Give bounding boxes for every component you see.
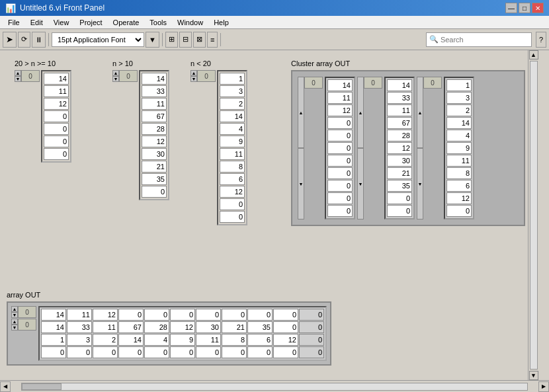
cluster-c3-val-2: 2 bbox=[446, 104, 472, 116]
resize-button[interactable]: ⊠ bbox=[193, 32, 206, 48]
s3-val-5: 9 bbox=[220, 136, 245, 147]
toolbar: ➤ ⟳ ⏸ 15pt Application Font ▼ ⊞ ⊟ ⊠ ≡ 🔍 … bbox=[0, 29, 549, 50]
menu-edit[interactable]: Edit bbox=[25, 18, 48, 27]
s2-val-9: 0 bbox=[142, 186, 167, 198]
cluster-c3-val-10: 0 bbox=[446, 205, 472, 217]
cluster-c1-val-9: 0 bbox=[327, 192, 353, 204]
cluster-c1-val-6: 0 bbox=[327, 155, 353, 167]
cluster-array-outer: ▲ ▼ 0 14 11 12 0 0 0 0 bbox=[291, 70, 525, 226]
array-row-3: 1 3 2 14 4 9 11 8 6 12 0 bbox=[41, 334, 324, 346]
run-arrow-button[interactable]: ➤ bbox=[3, 32, 17, 48]
pause-icon: ⏸ bbox=[35, 36, 42, 44]
cluster-c3-val-0: 1 bbox=[446, 79, 472, 91]
section-s3: n < 20 ▲ ▼ 0 1 3 2 14 4 bbox=[190, 59, 247, 225]
menu-operate[interactable]: Operate bbox=[108, 18, 145, 27]
cluster-c2-val-8: 35 bbox=[387, 180, 412, 192]
s2-spin-up[interactable]: ▲ bbox=[112, 70, 119, 76]
cluster-array-section: Cluster array OUT ▲ ▼ 0 bbox=[291, 59, 525, 226]
array-row-4: 0 0 0 0 0 0 0 0 0 0 0 bbox=[41, 346, 324, 358]
cluster-c3-val-6: 11 bbox=[446, 155, 472, 167]
s2-val-5: 12 bbox=[142, 136, 167, 147]
menu-bar: File Edit View Project Operate Tools Win… bbox=[0, 16, 549, 29]
help-button[interactable]: ? bbox=[536, 32, 546, 48]
section-s1: 20 > n >= 10 ▲ ▼ 0 14 11 12 bbox=[15, 59, 71, 163]
cluster-c1-val-4: 0 bbox=[327, 130, 353, 141]
distribute-button[interactable]: ⊟ bbox=[179, 32, 192, 48]
cluster-col3-wrapper: ▲ ▼ 0 1 3 2 14 4 9 11 bbox=[417, 77, 474, 219]
array-x-spin-up[interactable]: ▲ bbox=[11, 319, 18, 325]
run-broken-button[interactable]: ⟳ bbox=[18, 32, 30, 48]
cluster-c1-val-7: 0 bbox=[327, 167, 353, 179]
close-button[interactable]: ✕ bbox=[532, 3, 544, 13]
s3-index-control: ▲ ▼ 0 bbox=[190, 70, 216, 225]
search-input[interactable] bbox=[441, 36, 520, 44]
array-y-index: 0 bbox=[18, 306, 36, 318]
array-y-spin-up[interactable]: ▲ bbox=[11, 306, 18, 312]
maximize-button[interactable]: □ bbox=[519, 3, 530, 13]
s1-spin-down[interactable]: ▼ bbox=[15, 76, 21, 82]
cluster-c3-spin-down[interactable]: ▼ bbox=[417, 148, 423, 219]
cluster-c1-spin-up[interactable]: ▲ bbox=[298, 77, 304, 148]
cluster-c2-values: 14 33 11 67 28 12 30 21 35 0 0 bbox=[384, 77, 415, 219]
menu-tools[interactable]: Tools bbox=[144, 18, 172, 27]
menu-view[interactable]: View bbox=[48, 18, 75, 27]
cluster-c1-val-8: 0 bbox=[327, 180, 353, 192]
separator-3 bbox=[220, 33, 221, 46]
cluster-c2-val-7: 21 bbox=[387, 167, 412, 179]
s1-index: 0 bbox=[21, 70, 40, 82]
array-y-spin-down[interactable]: ▼ bbox=[11, 312, 18, 318]
broken-run-icon: ⟳ bbox=[21, 35, 27, 44]
reorder-button[interactable]: ≡ bbox=[207, 32, 218, 48]
menu-file[interactable]: File bbox=[3, 18, 25, 27]
scroll-thumb-bottom[interactable] bbox=[22, 383, 62, 390]
pause-button[interactable]: ⏸ bbox=[32, 32, 46, 48]
s3-val-7: 8 bbox=[220, 161, 245, 173]
bottom-scrollbar: ◀ ▶ bbox=[0, 380, 549, 392]
cluster-c1-val-2: 12 bbox=[327, 104, 353, 116]
s3-index: 0 bbox=[197, 70, 216, 82]
s1-spin-up[interactable]: ▲ bbox=[15, 70, 21, 76]
cluster-c2-spin-up[interactable]: ▲ bbox=[357, 77, 364, 148]
right-scrollbar[interactable]: ▲ ▼ bbox=[528, 50, 538, 380]
s2-label: n > 10 bbox=[112, 59, 169, 67]
scroll-left-button[interactable]: ◀ bbox=[0, 381, 11, 392]
minimize-button[interactable]: — bbox=[505, 3, 517, 13]
cluster-c2-val-9: 0 bbox=[387, 192, 412, 204]
cluster-c2-val-3: 67 bbox=[387, 117, 412, 129]
scroll-down-button[interactable]: ▼ bbox=[529, 371, 538, 380]
menu-help[interactable]: Help bbox=[208, 18, 234, 27]
scroll-right-button[interactable]: ▶ bbox=[538, 381, 549, 392]
cluster-c1-val-1: 11 bbox=[327, 92, 353, 104]
font-style-button[interactable]: ▼ bbox=[146, 32, 159, 48]
s1-val-3: 0 bbox=[44, 110, 69, 122]
cluster-c3-spin-up[interactable]: ▲ bbox=[417, 77, 423, 148]
cluster-c2-spin-down[interactable]: ▼ bbox=[357, 148, 364, 219]
array-out-outer: ▲ ▼ 0 ▲ ▼ 0 bbox=[7, 301, 331, 366]
app-icon: 📊 bbox=[5, 3, 16, 13]
s3-val-4: 4 bbox=[220, 123, 245, 135]
cluster-c3-val-4: 4 bbox=[446, 130, 472, 141]
s3-spin-down[interactable]: ▼ bbox=[190, 76, 197, 82]
s2-spin-down[interactable]: ▼ bbox=[112, 76, 119, 82]
scroll-up-button[interactable]: ▲ bbox=[529, 50, 538, 59]
array-y-index-control: ▲ ▼ 0 ▲ ▼ 0 bbox=[11, 306, 36, 361]
array-x-spin-down[interactable]: ▼ bbox=[11, 325, 18, 331]
s3-val-1: 3 bbox=[220, 85, 245, 97]
s2-index-control: ▲ ▼ 0 bbox=[112, 70, 138, 200]
resize-icon: ⊠ bbox=[196, 35, 202, 44]
cluster-c1-spin-down[interactable]: ▼ bbox=[298, 148, 304, 219]
s1-val-5: 0 bbox=[44, 136, 69, 147]
scroll-track-right bbox=[530, 61, 538, 370]
cluster-c1-index: 0 bbox=[304, 77, 323, 89]
cluster-c1-val-5: 0 bbox=[327, 142, 353, 154]
search-box: 🔍 bbox=[426, 32, 532, 47]
menu-window[interactable]: Window bbox=[172, 18, 208, 27]
panel-area: 20 > n >= 10 ▲ ▼ 0 14 11 12 bbox=[0, 50, 538, 380]
s3-spin-up[interactable]: ▲ bbox=[190, 70, 197, 76]
menu-project[interactable]: Project bbox=[74, 18, 107, 27]
align-button[interactable]: ⊞ bbox=[165, 32, 178, 48]
font-selector[interactable]: 15pt Application Font bbox=[52, 32, 144, 47]
cluster-c2-val-1: 33 bbox=[387, 92, 412, 104]
reorder-icon: ≡ bbox=[210, 36, 214, 44]
cluster-col1-wrapper: ▲ ▼ 0 14 11 12 0 0 0 0 bbox=[298, 77, 355, 219]
